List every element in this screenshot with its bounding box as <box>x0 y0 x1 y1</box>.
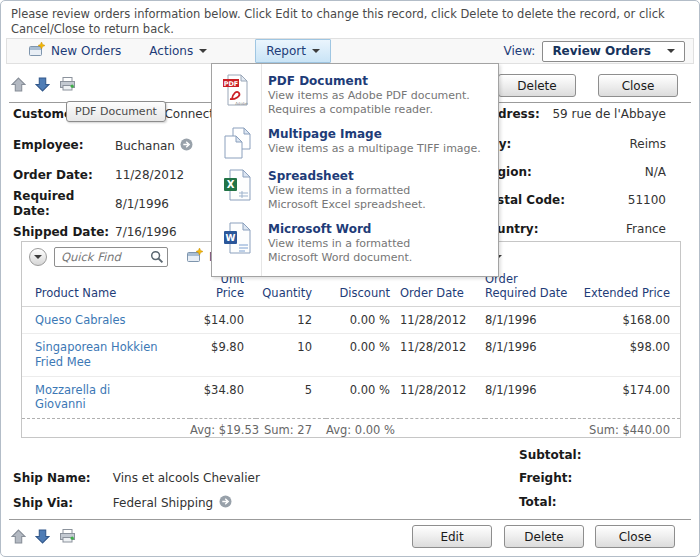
menu-item-title: PDF Document <box>268 74 470 88</box>
field-value: Reims <box>630 137 666 151</box>
product-link[interactable]: Queso Cabrales <box>35 313 126 327</box>
employee-value: Buchanan <box>115 139 175 153</box>
ship-name-row: Ship Name: Vins et alcools Chevalier <box>13 471 260 485</box>
cell-extended-price: $174.00 <box>573 376 680 418</box>
tooltip: PDF Document <box>66 101 166 122</box>
search-icon[interactable] <box>150 250 164 267</box>
menu-item-text: Spreadsheet View items in a formatted Mi… <box>268 169 426 212</box>
freight-label: Freight: <box>519 471 572 485</box>
ship-name-value: Vins et alcools Chevalier <box>113 471 260 485</box>
report-menu: PDFAdobe PDF Document View items as Adob… <box>211 63 499 277</box>
field-employee: Employee: Buchanan <box>13 138 111 153</box>
menu-item-spreadsheet[interactable]: X Spreadsheet View items in a formatted … <box>212 164 498 217</box>
view-area: View: Review Orders <box>504 41 694 62</box>
print-icon[interactable] <box>59 76 76 92</box>
cell-quantity: 10 <box>256 334 326 376</box>
print-icon[interactable] <box>59 528 76 544</box>
column-product-name[interactable]: Product Name <box>22 271 190 306</box>
report-label: Report <box>266 44 306 58</box>
cell-required-date: 8/1/1996 <box>485 334 573 376</box>
actions-menu-button[interactable]: Actions <box>139 39 217 63</box>
record-nav-bottom <box>11 528 76 544</box>
new-orders-button[interactable]: New Orders <box>19 39 131 63</box>
delete-button[interactable]: Delete <box>498 74 576 97</box>
go-arrow-icon[interactable] <box>219 495 232 511</box>
chevron-down-icon <box>34 255 42 259</box>
chevron-down-icon <box>199 49 207 53</box>
next-record-icon[interactable] <box>35 529 50 544</box>
word-icon: W <box>221 222 253 265</box>
subtotal-label: Subtotal: <box>519 448 582 462</box>
edit-button[interactable]: Edit <box>412 525 492 548</box>
cell-discount: 0.00 % <box>326 376 400 418</box>
menu-item-description: View items in a formatted Microsoft Word… <box>268 237 412 265</box>
previous-record-icon[interactable] <box>11 529 26 544</box>
field-value: Buchanan <box>115 138 193 154</box>
cell-unit-price: $14.00 <box>190 306 256 334</box>
svg-text:X: X <box>227 179 235 190</box>
field-label: Employee: <box>13 138 111 153</box>
menu-item-microsoft-word[interactable]: W Microsoft Word View items in a formatt… <box>212 217 498 270</box>
aggregates-row: Avg: $19.53 Sum: 27 Avg: 0.00 % Sum: $44… <box>22 419 680 441</box>
search-options-toggle[interactable] <box>29 248 47 266</box>
menu-item-text: Multipage Image View items as a multipag… <box>268 127 481 159</box>
cell-discount: 0.00 % <box>326 306 400 334</box>
main-toolbar: New Orders Actions Report View: Review O… <box>6 38 694 64</box>
new-item-icon <box>29 42 45 60</box>
product-link[interactable]: Mozzarella di Giovanni <box>35 383 110 412</box>
new-item-icon <box>187 248 203 266</box>
cell-order-date: 11/28/2012 <box>400 306 485 334</box>
delete-button[interactable]: Delete <box>504 525 584 548</box>
field-label: Required Date: <box>13 189 83 219</box>
menu-item-multipage-image[interactable]: Multipage Image View items as a multipag… <box>212 122 498 164</box>
ship-via-label: Ship Via: <box>13 496 109 510</box>
report-menu-button[interactable]: Report <box>255 39 331 63</box>
cell-order-date: 11/28/2012 <box>400 334 485 376</box>
menu-item-pdf-document[interactable]: PDFAdobe PDF Document View items as Adob… <box>212 69 498 122</box>
divider <box>9 519 691 520</box>
ship-via-text: Federal Shipping <box>113 496 213 510</box>
total-label: Total: <box>519 495 557 509</box>
view-label: View: <box>504 44 536 58</box>
table-row[interactable]: Queso Cabrales $14.00 12 0.00 % 11/28/20… <box>22 306 680 334</box>
menu-item-description: View items as Adobe PDF document. Requir… <box>268 89 470 117</box>
cell-extended-price: $168.00 <box>573 306 680 334</box>
view-selector[interactable]: Review Orders <box>542 41 685 62</box>
cell-required-date: 8/1/1996 <box>485 306 573 334</box>
svg-text:PDF: PDF <box>224 80 239 88</box>
table-row[interactable]: Mozzarella di Giovanni $34.80 5 0.00 % 1… <box>22 376 680 418</box>
column-extended-price[interactable]: Extended Price <box>573 271 680 306</box>
field-shipped-date: Shipped Date: 7/16/1996 <box>13 225 111 240</box>
product-link[interactable]: Singaporean Hokkien Fried Mee <box>35 340 158 369</box>
chevron-down-icon <box>312 49 320 53</box>
field-value: 51100 <box>628 193 666 207</box>
go-arrow-icon[interactable] <box>180 138 193 154</box>
chevron-down-icon <box>667 49 675 53</box>
field-value: 8/1/1996 <box>115 197 169 211</box>
cell-discount: 0.00 % <box>326 334 400 376</box>
menu-item-description: View items as a multipage TIFF image. <box>268 142 481 156</box>
svg-text:Adobe: Adobe <box>235 101 248 106</box>
field-value: France <box>626 222 666 236</box>
table-row[interactable]: Singaporean Hokkien Fried Mee $9.80 10 0… <box>22 334 680 376</box>
close-button[interactable]: Close <box>598 74 678 97</box>
record-nav-top <box>11 76 76 92</box>
page-message: Please review orders information below. … <box>11 7 691 37</box>
menu-item-text: Microsoft Word View items in a formatted… <box>268 222 412 265</box>
field-required-date: Required Date: 8/1/1996 <box>13 189 83 219</box>
actions-label: Actions <box>149 44 193 58</box>
ship-via-value: Federal Shipping <box>113 495 232 511</box>
view-value: Review Orders <box>552 44 651 58</box>
cell-extended-price: $98.00 <box>573 334 680 376</box>
field-value: 7/16/1996 <box>115 225 177 239</box>
review-orders-page: Please review orders information below. … <box>0 0 700 557</box>
unit-price-average: Avg: $19.53 <box>190 419 256 441</box>
cell-required-date: 8/1/1996 <box>485 376 573 418</box>
menu-item-description: View items in a formatted Microsoft Exce… <box>268 184 426 212</box>
next-record-icon[interactable] <box>35 77 50 92</box>
ship-via-row: Ship Via: Federal Shipping <box>13 495 232 511</box>
field-value: N/A <box>645 165 666 179</box>
close-button[interactable]: Close <box>595 525 675 548</box>
previous-record-icon[interactable] <box>11 77 26 92</box>
field-value: 11/28/2012 <box>115 168 184 182</box>
